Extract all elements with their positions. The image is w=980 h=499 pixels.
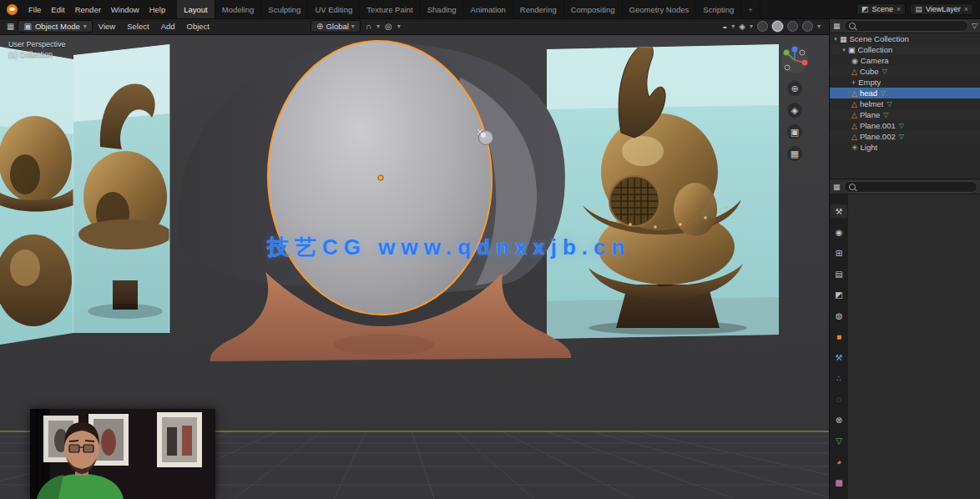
properties-search[interactable]	[844, 181, 977, 193]
mesh-data-icon[interactable]: ▽	[882, 68, 887, 75]
shading-solid-button[interactable]	[772, 21, 783, 32]
menu-object[interactable]: Object	[181, 22, 215, 31]
properties-editor-icon[interactable]: ▦	[833, 183, 841, 191]
chevron-down-icon[interactable]: ▾	[840, 47, 848, 53]
outliner-item-plane[interactable]: △ Plane ▽	[830, 109, 980, 120]
proportional-edit-icon[interactable]: ◎	[385, 22, 392, 31]
shading-rendered-button[interactable]	[802, 21, 813, 32]
toggle-ortho-icon[interactable]: ▦	[787, 146, 802, 161]
viewlayer-icon[interactable]: ▤	[831, 267, 847, 280]
editor-type-icon[interactable]: ▦	[7, 22, 14, 31]
viewport-3d[interactable]: User Perspective (1) Collection 技艺CG www…	[0, 34, 829, 499]
outliner-item-light[interactable]: ✳ Light	[830, 142, 980, 153]
render-icon[interactable]: ◉	[831, 225, 847, 239]
tab-texture-paint[interactable]: Texture Paint	[360, 0, 420, 18]
move-hand-icon[interactable]: ◈	[787, 103, 802, 118]
reference-image-left-2[interactable]	[73, 44, 172, 333]
outliner-item-empty[interactable]: + Empty	[830, 77, 980, 88]
mesh-data-icon[interactable]: ▽	[887, 100, 892, 108]
tab-modeling[interactable]: Modeling	[215, 0, 262, 18]
viewlayer-selector[interactable]: ▤ ViewLayer ×	[910, 3, 973, 15]
mesh-data-icon[interactable]: ▽	[883, 111, 888, 118]
outliner-search[interactable]	[844, 20, 969, 32]
shading-material-button[interactable]	[787, 21, 798, 32]
properties-search-input[interactable]	[858, 183, 972, 191]
menu-select[interactable]: Select	[121, 22, 154, 31]
mesh-data-icon[interactable]: ▽	[899, 122, 904, 129]
mode-dropdown[interactable]: ▣ Object Mode ▾	[18, 20, 92, 33]
reference-image-right[interactable]	[547, 43, 779, 339]
menu-help[interactable]: Help	[144, 5, 171, 14]
topbar-right: ◩ Scene × ▤ ViewLayer ×	[856, 3, 973, 15]
object-mode-icon: ▣	[23, 22, 31, 31]
physics-icon[interactable]: ◌	[831, 392, 847, 406]
shading-wireframe-button[interactable]	[757, 21, 768, 32]
outliner-item-plane-002[interactable]: △ Plane.002 ▽	[830, 131, 980, 142]
constraints-icon[interactable]: ⊗	[831, 413, 847, 426]
tab-uv-editing[interactable]: UV Editing	[308, 0, 360, 18]
mesh-data-icon[interactable]: ▽	[899, 133, 904, 140]
chevron-down-icon[interactable]: ▾	[397, 23, 401, 30]
filter-icon[interactable]: ▽	[972, 22, 977, 30]
outliner-search-input[interactable]	[858, 22, 964, 30]
menu-add[interactable]: Add	[155, 22, 181, 31]
tab-scripting[interactable]: Scripting	[696, 0, 741, 18]
tab-rendering[interactable]: Rendering	[513, 0, 564, 18]
outliner-item-helmet[interactable]: △ helmet ▽	[830, 98, 980, 109]
menu-window[interactable]: Window	[106, 5, 144, 14]
properties-content	[848, 194, 980, 499]
overlays-icon[interactable]: ◒	[722, 22, 727, 31]
texture-icon[interactable]: ▩	[831, 476, 847, 489]
watermark-text: 技艺CG www.qdnxxjb.cn	[267, 233, 630, 262]
camera-view-icon[interactable]: ▣	[787, 124, 802, 139]
snap-magnet-icon[interactable]: ∩	[366, 22, 371, 31]
tab-sculpting[interactable]: Sculpting	[261, 0, 308, 18]
add-workspace-button[interactable]: +	[741, 0, 760, 18]
reference-image-left[interactable]	[0, 47, 73, 345]
object-icon[interactable]: ■	[831, 330, 847, 343]
scene-icon[interactable]: ◩	[831, 288, 847, 301]
blender-logo-icon[interactable]	[7, 4, 18, 15]
presenter-video	[30, 409, 215, 499]
tab-layout[interactable]: Layout	[177, 0, 215, 18]
outliner-editor-icon[interactable]: ▦	[833, 22, 841, 30]
navigation-gizmo[interactable]	[780, 46, 809, 74]
tab-compositing[interactable]: Compositing	[564, 0, 623, 18]
tab-animation[interactable]: Animation	[464, 0, 513, 18]
mesh-data-icon[interactable]: ▽	[881, 89, 886, 97]
outliner-item-camera[interactable]: ◉ Camera	[830, 55, 980, 66]
menu-render[interactable]: Render	[70, 5, 106, 14]
outliner-item-label: head	[860, 88, 877, 98]
modifiers-icon[interactable]: ⚒	[831, 350, 847, 364]
material-icon[interactable]: ◕	[831, 455, 847, 468]
outliner-item-head-selected[interactable]: △ head ▽	[830, 88, 980, 98]
menu-edit[interactable]: Edit	[46, 5, 69, 14]
outliner-item-label: helmet	[860, 99, 884, 108]
chevron-down-icon[interactable]: ▾	[750, 23, 753, 30]
gizmo-toggle-icon[interactable]: ◈	[739, 22, 745, 31]
menu-file[interactable]: File	[23, 5, 46, 14]
orientation-dropdown[interactable]: ⊕ Global ▾	[311, 20, 361, 33]
outliner-item-cube[interactable]: △ Cube ▽	[830, 66, 980, 77]
properties-editor: ▦ ⚒ ◉ ⊞ ▤ ◩ ◍ ■ ⚒ ∴ ◌ ⊗	[830, 179, 980, 499]
outliner-item-plane-001[interactable]: △ Plane.001 ▽	[830, 120, 980, 131]
tab-geometry-nodes[interactable]: Geometry Nodes	[623, 0, 697, 18]
chevron-down-icon[interactable]: ▾	[731, 23, 735, 30]
world-icon[interactable]: ◍	[831, 309, 847, 322]
chevron-down-icon[interactable]: ▾	[831, 36, 840, 43]
zoom-icon[interactable]: ⊕	[787, 81, 802, 96]
tool-icon[interactable]: ⚒	[831, 204, 847, 218]
data-icon[interactable]: ▽	[831, 434, 847, 447]
output-icon[interactable]: ⊞	[831, 246, 847, 260]
close-icon[interactable]: ×	[964, 5, 968, 13]
chevron-down-icon[interactable]: ▾	[817, 23, 821, 30]
chevron-down-icon[interactable]: ▾	[376, 23, 380, 30]
tab-shading[interactable]: Shading	[421, 0, 464, 18]
particles-icon[interactable]: ∴	[831, 371, 847, 385]
scene-selector[interactable]: ◩ Scene ×	[856, 3, 906, 15]
outliner-item-scene-collection[interactable]: ▾ ▦ Scene Collection	[830, 33, 980, 44]
close-icon[interactable]: ×	[897, 5, 901, 13]
viewlayer-name: ViewLayer	[926, 5, 961, 13]
menu-view[interactable]: View	[93, 22, 121, 31]
outliner-item-collection[interactable]: ▾ ▣ Collection	[830, 44, 980, 55]
